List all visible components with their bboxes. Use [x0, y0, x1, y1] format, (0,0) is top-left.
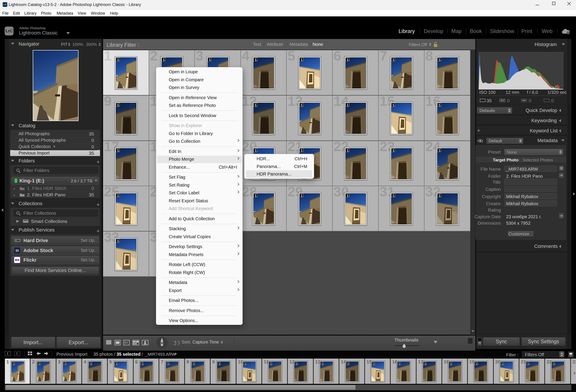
svg-text:XY: XY — [124, 341, 128, 344]
svg-text:Z: Z — [175, 343, 176, 345]
